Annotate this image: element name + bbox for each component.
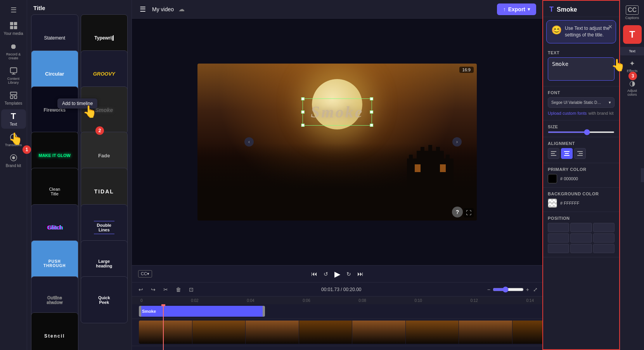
svg-rect-23 bbox=[415, 164, 421, 172]
properties-panel: T Smoke 😊 Use Text to adjust the setting… bbox=[542, 0, 620, 350]
undo-button[interactable]: ↩ bbox=[137, 285, 145, 294]
ruler-marks: 0 0:02 0:04 0:06 0:08 0:10 0:12 0:14 bbox=[137, 298, 538, 303]
cloud-save-icon: ☁ bbox=[178, 5, 185, 13]
pos-top-right[interactable] bbox=[593, 223, 615, 232]
position-section: Position bbox=[543, 212, 619, 257]
align-right-button[interactable] bbox=[574, 148, 586, 159]
sidebar-item-hamburger[interactable]: ☰ bbox=[1, 3, 26, 17]
template-quick-peek[interactable]: QuickPeek bbox=[81, 276, 128, 324]
pos-bot-left[interactable] bbox=[548, 244, 569, 253]
tooltip-close-button[interactable]: ✕ bbox=[608, 24, 613, 30]
text-section: Text Smoke bbox=[543, 47, 619, 86]
bg-color-swatch[interactable] bbox=[548, 198, 557, 208]
handle-tl[interactable] bbox=[301, 97, 305, 100]
right-item-text[interactable]: Text bbox=[619, 47, 644, 55]
font-selector[interactable]: Segoe UI Variable Static Display Semibol… bbox=[548, 97, 615, 108]
smoke-track-label: Smoke bbox=[142, 309, 156, 314]
smoke-text-selection-box[interactable]: Smoke bbox=[303, 98, 372, 126]
cut-button[interactable]: ✂ bbox=[161, 285, 170, 294]
adjust-colors-label: Adjustcolors bbox=[627, 89, 637, 97]
delete-button[interactable]: 🗑 bbox=[174, 285, 183, 294]
pos-top-left[interactable] bbox=[548, 223, 569, 232]
svg-rect-1 bbox=[14, 22, 17, 25]
save-frame-button[interactable]: ⊡ bbox=[187, 285, 196, 294]
skip-forward-button[interactable]: ⏭ bbox=[357, 271, 364, 278]
text-tool-active-bg[interactable]: T bbox=[623, 25, 642, 44]
sidebar-item-templates[interactable]: Templates bbox=[1, 88, 26, 108]
play-pause-button[interactable]: ▶ bbox=[334, 269, 340, 279]
video-film-strip[interactable] bbox=[139, 321, 542, 344]
size-slider[interactable] bbox=[548, 131, 615, 133]
pos-top-center[interactable] bbox=[570, 223, 592, 232]
sidebar-item-brand[interactable]: T Text bbox=[1, 109, 26, 129]
svg-rect-26 bbox=[551, 153, 555, 154]
cc-button[interactable]: CC▾ bbox=[138, 270, 152, 278]
template-stencil[interactable]: Stencil bbox=[31, 312, 78, 350]
title-panel: Title Statement Typewri| Circular GROOVY bbox=[27, 0, 132, 350]
grid-icon bbox=[9, 21, 18, 30]
align-left-button[interactable] bbox=[548, 148, 559, 159]
record-icon: ⏺ bbox=[9, 42, 18, 51]
rewind-5-button[interactable]: ↺ bbox=[324, 271, 328, 277]
text-input[interactable]: Smoke bbox=[548, 57, 615, 81]
alignment-buttons bbox=[548, 148, 615, 159]
film-frame-6 bbox=[406, 321, 459, 344]
skip-back-button[interactable]: ⏮ bbox=[311, 271, 317, 278]
bg-color-row: # FFFFFF bbox=[548, 198, 615, 208]
smoke-track[interactable]: Smoke bbox=[139, 306, 265, 317]
handle-mr[interactable] bbox=[370, 110, 373, 114]
align-center-button[interactable] bbox=[561, 148, 573, 159]
handle-bl[interactable] bbox=[301, 124, 305, 127]
expand-timeline-button[interactable]: ⤢ bbox=[533, 286, 538, 293]
pos-mid-left[interactable] bbox=[548, 233, 569, 243]
hamburger-icon: ☰ bbox=[9, 5, 18, 15]
redo-button[interactable]: ↪ bbox=[149, 285, 158, 294]
sidebar-item-record[interactable]: ⏺ Record & create bbox=[1, 40, 26, 62]
handle-tr[interactable] bbox=[370, 97, 373, 100]
fullscreen-button[interactable]: ⛶ bbox=[464, 208, 474, 217]
pos-mid-center[interactable] bbox=[570, 233, 592, 243]
svg-rect-2 bbox=[10, 26, 13, 29]
font-section: Font Segoe UI Variable Static Display Se… bbox=[543, 86, 619, 121]
templates-icon bbox=[9, 91, 18, 100]
primary-color-section: Primary Color # 000000 bbox=[543, 163, 619, 188]
svg-rect-7 bbox=[10, 92, 17, 95]
upload-font-link[interactable]: Upload custom fonts bbox=[548, 111, 587, 116]
primary-color-swatch[interactable] bbox=[548, 174, 557, 183]
handle-br[interactable] bbox=[370, 124, 373, 127]
svg-point-11 bbox=[12, 156, 15, 159]
template-fireworks[interactable]: Fireworks bbox=[31, 86, 78, 134]
pos-mid-right[interactable] bbox=[593, 233, 615, 243]
help-button[interactable]: ? bbox=[452, 207, 463, 217]
right-item-captions[interactable]: CC Captions bbox=[619, 3, 644, 22]
tooltip-popup: 😊 Use Text to adjust the settings of the… bbox=[546, 20, 616, 43]
video-title: My video bbox=[152, 6, 174, 12]
sidebar-item-brand-kit[interactable]: Brand kit bbox=[1, 151, 26, 170]
sidebar-item-transitions[interactable]: Transitions bbox=[1, 130, 26, 149]
export-button[interactable]: ↑ Export ▾ bbox=[497, 3, 536, 15]
sidebar-item-content-library[interactable]: ContentLibrary bbox=[1, 64, 26, 87]
zoom-out-button[interactable]: − bbox=[487, 286, 490, 293]
zoom-in-button[interactable]: + bbox=[526, 286, 529, 293]
brand-kit-icon bbox=[9, 153, 18, 162]
zoom-slider[interactable] bbox=[493, 286, 524, 293]
next-arrow[interactable]: › bbox=[452, 137, 462, 147]
svg-rect-9 bbox=[14, 96, 16, 98]
sidebar-item-your-media[interactable]: Your media bbox=[1, 19, 26, 38]
svg-rect-28 bbox=[564, 151, 570, 152]
panel-collapse-btn[interactable]: ‹ bbox=[641, 168, 644, 182]
text-icon: T bbox=[9, 112, 18, 121]
video-area: Smoke 16:9 ⛶ ? ‹ › bbox=[132, 19, 542, 265]
track-left-handle[interactable] bbox=[139, 306, 141, 317]
prev-arrow[interactable]: ‹ bbox=[244, 137, 254, 147]
menu-button[interactable]: ☰ bbox=[138, 3, 147, 15]
pos-bot-center[interactable] bbox=[570, 244, 592, 253]
svg-rect-27 bbox=[551, 155, 556, 156]
handle-ml[interactable] bbox=[301, 110, 305, 114]
pos-bot-right[interactable] bbox=[593, 244, 615, 253]
forward-5-button[interactable]: ↻ bbox=[346, 271, 351, 277]
template-smoke[interactable]: Smoke bbox=[81, 86, 128, 134]
track-right-handle[interactable] bbox=[263, 306, 265, 317]
export-label: Export bbox=[508, 6, 525, 12]
timeline-ruler: 0 0:02 0:04 0:06 0:08 0:10 0:12 0:14 bbox=[132, 297, 542, 304]
